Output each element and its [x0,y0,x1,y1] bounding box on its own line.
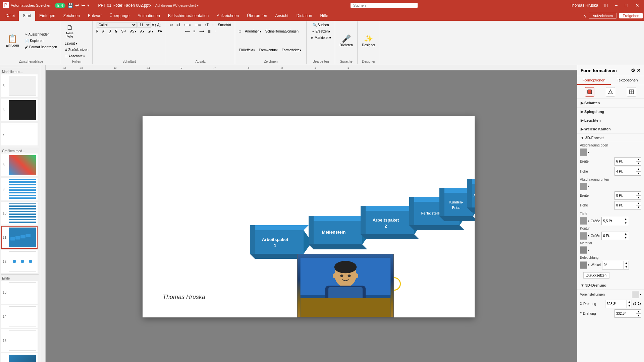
tab-zeichnen[interactable]: Zeichnen [59,11,84,21]
italic-btn[interactable]: K [101,28,106,34]
tiefe-color-swatch[interactable] [580,217,587,225]
shapes-btn[interactable]: □ [237,28,243,34]
abschraegung-unten-hoehe-input[interactable]: ▲ ▼ [614,201,641,209]
tab-ansicht[interactable]: Ansicht [271,11,292,21]
justify-btn[interactable]: ☰ [206,28,212,34]
abschraegung-unten-breite-input[interactable]: ▲ ▼ [614,191,641,200]
slide-thumb-14[interactable]: 14 [1,305,38,328]
y-drehung-down[interactable]: ▼ [636,314,641,317]
line-spacing-btn[interactable]: ↕ [213,28,218,34]
slide-thumb-7[interactable]: 7 [1,123,38,145]
effects-icon-btn[interactable] [606,87,615,97]
kontur-groesse-input[interactable]: ▲ ▼ [601,232,628,240]
save-icon[interactable]: 💾 [67,3,73,8]
schatten-header[interactable]: ▶ Schatten [577,99,644,108]
dreid-format-header[interactable]: ▼ 3D-Format [577,134,644,142]
neue-folie-btn[interactable]: 🗋 NeueFolie [63,22,76,40]
tab-textoptionen[interactable]: Textoptionen [611,76,644,85]
breite-down[interactable]: ▼ [636,162,641,165]
winkel-up[interactable]: ▲ [624,261,629,265]
clear-format-btn[interactable]: ✗A [156,28,164,34]
panel-settings-icon[interactable]: ⚙ [631,68,635,73]
slide-canvas[interactable]: Arbeitspaket 1 Meilenstein [143,116,475,317]
redo-icon[interactable]: ↪ [81,3,85,8]
ausschneiden-btn[interactable]: ✂ Ausschneiden [23,32,59,37]
kontur-up[interactable]: ▲ [623,232,628,236]
slide-thumb-11[interactable]: 11 [1,226,38,249]
tiefe-down[interactable]: ▼ [623,221,628,225]
underline-btn[interactable]: U [107,28,113,34]
voreinstellungen-arrow[interactable]: ▾ [640,293,641,296]
slide-thumb-15[interactable]: 15 [1,329,38,352]
tab-uebergaenge[interactable]: Übergänge [106,11,133,21]
arrange-btn[interactable]: Anordnen▾ [243,28,263,34]
kontur-down[interactable]: ▼ [623,236,628,240]
material-swatch[interactable] [580,246,587,254]
format-uebertragen-btn[interactable]: 🖌 Format übertragen [23,44,59,50]
font-color-btn[interactable]: A▾ [139,28,146,34]
kontur-color-swatch[interactable] [580,232,587,240]
unten-breite-up[interactable]: ▲ [636,192,641,196]
abschnitt-btn[interactable]: ☰ Abschnitt ▾ [63,53,87,59]
align-right-btn[interactable]: ⟶ [198,28,206,34]
kontur-color-arrow[interactable]: ▾ [588,234,589,237]
autosave-toggle[interactable]: EIN [55,3,66,8]
tab-ueberpruefen[interactable]: Überprüfen [243,11,271,21]
freigeben-btn[interactable]: Freigeben [619,13,643,18]
bold-btn[interactable]: F [95,28,100,34]
decrease-indent-btn[interactable]: ⟵≡ [182,22,193,28]
dreid-drehung-header[interactable]: ▼ 3D-Drehung [577,281,644,290]
font-family-select[interactable]: Calibri [97,22,137,28]
font-size-up[interactable]: A↑ [152,23,156,27]
hoehe-up[interactable]: ▲ [636,167,641,171]
strikethrough-btn[interactable]: S [113,28,119,34]
font-size-select[interactable]: 11 [138,22,151,28]
panel-close-icon[interactable]: ✕ [637,68,641,73]
slide-thumb-16[interactable]: 16 [1,353,38,362]
zuruecksetzen-btn[interactable]: ↺ Zurücksetzen [63,47,90,53]
bullets-btn[interactable]: ≡• [168,22,174,28]
x-drehung-up[interactable]: ▲ [627,300,632,304]
abschraegung-unten-arrow[interactable]: ▾ [588,185,589,188]
columns-btn[interactable]: ⁞⁞ [211,22,216,28]
abschraegung-oben-swatch[interactable] [580,148,587,156]
markieren-btn[interactable]: 🖱 Markieren▾ [309,35,333,41]
breite-up[interactable]: ▲ [636,158,641,162]
format-zuruecksetzen-btn[interactable]: Zurücksetzen [583,272,609,279]
tab-dictation[interactable]: Dictation [292,11,316,21]
tab-entwurf[interactable]: Entwurf [84,11,106,21]
layout-btn[interactable]: Layout ▾ [63,41,79,46]
unten-hoehe-up[interactable]: ▲ [636,201,641,205]
material-arrow[interactable]: ▾ [588,249,589,252]
minimize-btn[interactable]: − [613,3,620,8]
abschraegung-unten-swatch[interactable] [580,183,587,190]
tab-start[interactable]: Start [19,11,35,21]
tab-hilfe[interactable]: Hilfe [316,11,332,21]
ersetzen-btn[interactable]: ↔ Ersetzen▾ [310,28,332,34]
x-drehung-input[interactable]: ▲ ▼ [605,300,632,308]
x-rotate-left-btn[interactable]: ↺ [633,301,637,306]
quick-styles-btn[interactable]: Schnellformatvorlagen [264,28,301,34]
tab-bildschirmpraesentaton[interactable]: Bildschirmpräsentation [164,11,213,21]
suchen-btn[interactable]: 🔍 Suchen [311,22,331,28]
abschraegung-oben-hoehe-input[interactable]: ▲ ▼ [614,167,641,175]
abschraegung-oben-breite-input[interactable]: ▲ ▼ [614,157,641,166]
text-shadow-btn[interactable]: S↗ [120,28,128,34]
slide-thumb-5[interactable]: 5 [1,74,38,97]
tab-animationen[interactable]: Animationen [133,11,164,21]
collapse-ribbon-btn[interactable]: ∧ [583,13,586,18]
tiefe-groesse-input[interactable]: ▲ ▼ [601,217,628,225]
kopieren-btn[interactable]: 📄 Kopieren [23,38,59,44]
char-spacing-btn[interactable]: AV▾ [128,28,138,34]
close-btn[interactable]: ✕ [633,3,641,8]
undo-icon[interactable]: ↩ [75,3,79,8]
tiefe-up[interactable]: ▲ [623,217,628,221]
unten-breite-down[interactable]: ▼ [636,196,641,199]
x-rotate-right-btn[interactable]: ↻ [637,301,641,306]
tab-aufzeichnen[interactable]: Aufzeichnen [213,11,243,21]
y-drehung-input[interactable]: ▲ ▼ [614,309,641,318]
align-center-btn[interactable]: ≡ [192,28,197,34]
outline-btn[interactable]: Formkontur▾ [257,47,279,53]
beleuchtung-swatch[interactable] [580,261,587,269]
slide-thumb-8[interactable]: 8 [1,154,38,176]
